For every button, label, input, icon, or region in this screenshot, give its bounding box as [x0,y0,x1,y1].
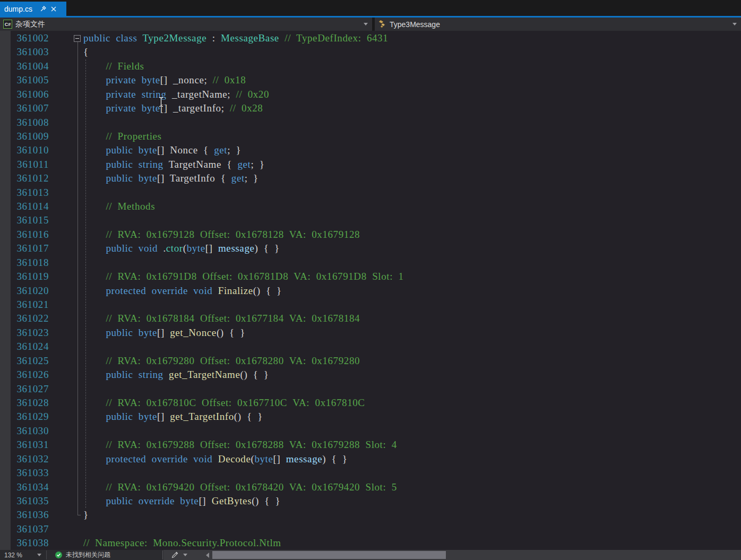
pin-icon[interactable] [40,5,47,12]
code-line: 361005private byte[] _nonce; // 0x18 [0,73,741,87]
code-text: public class Type2Message : MessageBase … [83,31,388,45]
project-label: 杂项文件 [15,20,45,29]
scrollbar-region [163,550,741,560]
block-guide-foot [77,515,81,515]
code-text: { [83,45,89,59]
code-text: // Namespace: Mono.Security.Protocol.Ntl… [83,536,281,550]
navigation-bar: C# 杂项文件 Type3Message [0,18,741,31]
code-text: // RVA: 0x1679280 Offset: 0x1678280 VA: … [83,354,360,368]
project-dropdown[interactable]: C# 杂项文件 [0,18,372,31]
code-text: private byte[] _nonce; // 0x18 [83,73,246,87]
indent-guide-line [85,59,86,508]
code-text: public byte[] get_Nonce() { } [83,326,245,340]
editor-margin [0,31,11,550]
code-line: 361018 [0,256,741,270]
code-line: 361020protected override void Finalize()… [0,284,741,298]
chevron-down-icon[interactable] [37,554,41,556]
code-text: protected override void Decode(byte[] me… [83,452,347,466]
code-text: // RVA: 0x1679128 Offset: 0x1678128 VA: … [83,228,360,242]
code-line: 361008 [0,116,741,130]
code-line: 361016// RVA: 0x1679128 Offset: 0x167812… [0,228,741,242]
code-line: 361019// RVA: 0x16791D8 Offset: 0x16781D… [0,270,741,283]
code-line: 361023public byte[] get_Nonce() { } [0,326,741,340]
code-line: 361030 [0,424,741,438]
code-line: 361013 [0,186,741,200]
code-text: public string TargetName { get; } [83,158,264,171]
code-text: public byte[] get_TargetInfo() { } [83,410,263,424]
pen-icon [171,551,179,559]
chevron-down-icon[interactable] [364,23,368,25]
code-line: 361033 [0,466,741,480]
code-line: 361010public byte[] Nonce { get; } [0,143,741,157]
horizontal-scrollbar[interactable] [212,550,741,560]
code-line: 361031// RVA: 0x1679288 Offset: 0x167828… [0,438,741,452]
formatting-button[interactable] [171,551,187,559]
csharp-file-icon: C# [3,20,12,29]
code-line: 361032protected override void Decode(byt… [0,452,741,466]
code-text: private byte[] _targetInfo; // 0x28 [83,101,263,115]
code-line: 361009// Properties [0,130,741,143]
code-text: // RVA: 0x16791D8 Offset: 0x16781D8 VA: … [83,270,403,283]
code-lines: 361002public class Type2Message : Messag… [0,31,741,550]
code-line: 361021 [0,298,741,312]
code-line: 361003{ [0,45,741,59]
code-line: 361015 [0,213,741,227]
collapse-region-icon[interactable] [74,35,81,42]
block-guide-line [77,42,78,515]
code-line: 361006private string _targetName; // 0x2… [0,88,741,101]
code-line: 361025// RVA: 0x1679280 Offset: 0x167828… [0,354,741,368]
scroll-left-icon[interactable] [206,553,209,558]
code-text: // RVA: 0x1679420 Offset: 0x1678420 VA: … [83,480,397,494]
code-text: private string _targetName; // 0x20 [83,88,269,101]
chevron-down-icon[interactable] [733,23,737,25]
type-dropdown[interactable]: Type3Message [375,18,741,31]
code-line: 361012public byte[] TargetInfo { get; } [0,171,741,185]
close-icon[interactable] [50,6,57,12]
type-label: Type3Message [390,20,440,29]
code-line: 361002public class Type2Message : Messag… [0,31,741,45]
code-line: 361027 [0,382,741,396]
code-text: // Properties [83,130,162,143]
code-text: public string get_TargetName() { } [83,368,269,382]
check-icon [55,552,62,558]
zoom-selector[interactable]: 132 % [0,550,46,560]
code-text: // Methods [83,200,155,213]
code-line: 361037 [0,522,741,536]
code-text: public byte[] TargetInfo { get; } [83,171,259,185]
chevron-down-icon[interactable] [183,554,187,556]
code-line: 361007private byte[] _targetInfo; // 0x2… [0,101,741,115]
text-cursor-pointer [158,97,165,109]
code-line: 361014// Methods [0,200,741,213]
code-editor[interactable]: 361002public class Type2Message : Messag… [0,31,741,550]
tab-title: dump.cs [4,5,32,13]
code-line: 361026public string get_TargetName() { } [0,368,741,382]
tab-bar: dump.cs [0,0,741,16]
code-line: 361022// RVA: 0x1678184 Offset: 0x167718… [0,312,741,325]
code-text: // RVA: 0x1679288 Offset: 0x1678288 VA: … [83,438,397,452]
code-text: // RVA: 0x167810C Offset: 0x167710C VA: … [83,396,365,410]
code-line: 361004// Fields [0,59,741,73]
code-text: // RVA: 0x1678184 Offset: 0x1677184 VA: … [83,312,360,325]
document-health-indicator[interactable]: 未找到相关问题 [55,550,110,560]
statusbar-divider [46,550,47,559]
code-text: public override byte[] GetBytes() { } [83,494,280,508]
code-text: public byte[] Nonce { get; } [83,143,241,157]
code-line: 361017public void .ctor(byte[] message) … [0,242,741,255]
code-line: 361024 [0,340,741,354]
code-line: 361034// RVA: 0x1679420 Offset: 0x167842… [0,480,741,494]
code-text: // Fields [83,59,144,73]
statusbar-divider [162,550,163,559]
code-line: 361011public string TargetName { get; } [0,158,741,171]
editor-status-bar: 132 % 未找到相关问题 [0,550,741,560]
code-line: 361038// Namespace: Mono.Security.Protoc… [0,536,741,550]
code-line: 361028// RVA: 0x167810C Offset: 0x167710… [0,396,741,410]
code-line: 361029public byte[] get_TargetInfo() { } [0,410,741,424]
tab-dump-cs[interactable]: dump.cs [0,2,66,16]
code-text: } [83,508,89,522]
health-message: 未找到相关问题 [66,550,110,559]
scrollbar-thumb[interactable] [212,551,446,559]
code-line: 361036} [0,508,741,522]
code-text: protected override void Finalize() { } [83,284,282,298]
code-line: 361035public override byte[] GetBytes() … [0,494,741,508]
class-icon [378,20,387,29]
